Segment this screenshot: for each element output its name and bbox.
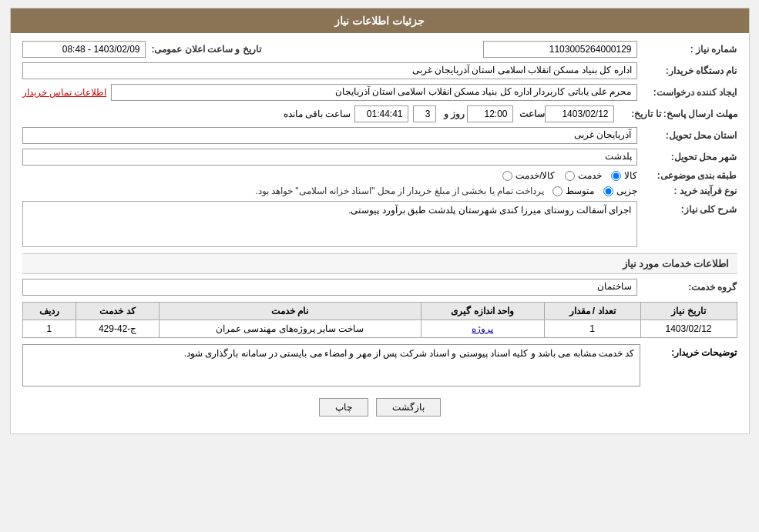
mohlat-roz: 3 (413, 105, 436, 122)
nooe-jozii-text: جزیی (616, 186, 637, 196)
nooe-options: متوسط جزیی (552, 186, 637, 196)
cell-radif: 1 (22, 320, 76, 338)
gorooh-row: گروه خدمت: ساختمان (22, 279, 737, 296)
col-radif: ردیف (22, 303, 76, 320)
shahr-row: شهر محل تحویل: پلدشت (22, 149, 737, 166)
sharh-row: شرح کلی نیاز: اجرای آسفالت روستای میرزا … (22, 201, 737, 247)
tozihat-value (22, 344, 640, 386)
mohlat-baqi-label: ساعت باقی مانده (284, 109, 351, 119)
nam-dastgah-label: نام دستگاه خریدار: (637, 65, 737, 76)
button-row: بازگشت چاپ (22, 398, 737, 417)
ijad-konande-value: محرم علی یاباتی کاربردار اداره کل بنیاد … (111, 84, 636, 101)
tabaqe-khadamat-radio[interactable] (565, 171, 575, 181)
shahr-label: شهر محل تحویل: (637, 152, 737, 162)
tozihat-section: توضیحات خریدار: (22, 344, 737, 389)
col-vahed: واحد اندازه گیری (421, 303, 544, 320)
tozihat-label: توضیحات خریدار: (645, 344, 737, 358)
mohlat-row: مهلت ارسال پاسخ: تا تاریخ: 1403/02/12 سا… (22, 105, 737, 122)
sharh-container: اجرای آسفالت روستای میرزا کندی شهرستان پ… (22, 201, 637, 247)
col-kod: کد خدمت (76, 303, 160, 320)
tabaqe-kala-radio[interactable] (611, 171, 621, 181)
bazgasht-button[interactable]: بازگشت (376, 398, 441, 417)
shahr-value: پلدشت (22, 149, 637, 166)
ijad-konande-row: ایجاد کننده درخواست: محرم علی یاباتی کار… (22, 84, 737, 101)
ostan-row: استان محل تحویل: آذربایجان غربی (22, 127, 737, 144)
nam-dastgah-value: اداره کل بنیاد مسکن انقلاب اسلامی استان … (22, 62, 637, 79)
shomara-niaz-row: شماره نیاز : 1103005264000129 تاریخ و سا… (22, 41, 737, 58)
ijad-konande-link[interactable]: اطلاعات تماس خریدار (22, 87, 107, 98)
gorooh-label: گروه خدمت: (637, 282, 737, 293)
mohlat-date: 1403/02/12 (545, 105, 614, 122)
chap-button[interactable]: چاپ (319, 398, 368, 417)
nooe-farayand-label: نوع فرآیند خرید : (637, 186, 737, 196)
col-tedad: تعداد / مقدار (544, 303, 640, 320)
tabaqe-kala-khadamat-text: کالا/خدمت (516, 170, 555, 181)
tabaqe-kala-item: کالا (611, 170, 637, 181)
tabaqe-kala-text: کالا (624, 170, 637, 181)
service-table-section: تاریخ نیاز تعداد / مقدار واحد اندازه گیر… (22, 302, 737, 338)
tozihat-container (22, 344, 640, 389)
tarikhe-elaan-label: تاریخ و ساعت اعلان عمومی: (146, 44, 300, 55)
nooe-jozii-item: جزیی (603, 186, 637, 196)
mohlat-label: مهلت ارسال پاسخ: تا تاریخ: (614, 109, 737, 119)
content-area: شماره نیاز : 1103005264000129 تاریخ و سا… (11, 33, 749, 433)
service-table: تاریخ نیاز تعداد / مقدار واحد اندازه گیر… (22, 302, 737, 338)
table-header-row: تاریخ نیاز تعداد / مقدار واحد اندازه گیر… (22, 303, 737, 320)
cell-vahed: پروژه (421, 320, 544, 338)
mohlat-baqi: 01:44:41 (354, 105, 408, 122)
shomara-niaz-value: 1103005264000129 (483, 41, 637, 58)
nam-dastgah-row: نام دستگاه خریدار: اداره کل بنیاد مسکن ا… (22, 62, 737, 79)
ostan-label: استان محل تحویل: (637, 130, 737, 141)
col-nam: نام خدمت (159, 303, 421, 320)
ijad-konande-label: ایجاد کننده درخواست: (637, 87, 737, 98)
cell-kod: ج-42-429 (76, 320, 160, 338)
tabaqe-khadamat-text: خدمت (578, 170, 602, 181)
sharh-value: اجرای آسفالت روستای میرزا کندی شهرستان پ… (22, 201, 637, 247)
page-title: جزئیات اطلاعات نیاز (334, 15, 425, 27)
tabaqe-kala-khadamat-radio[interactable] (502, 171, 512, 181)
nooe-farayand-row: نوع فرآیند خرید : متوسط جزیی پرداخت تمام… (22, 186, 737, 196)
table-row: 1403/02/12 1 پروژه ساخت سایر پروژه‌های م… (22, 320, 737, 338)
nooe-jozii-radio[interactable] (603, 186, 613, 196)
cell-nam: ساخت سایر پروژه‌های مهندسی عمران (159, 320, 421, 338)
nooe-description: پرداخت تمام یا بخشی از مبلغ خریدار از مح… (255, 186, 544, 196)
page-header: جزئیات اطلاعات نیاز (11, 8, 749, 33)
nooe-motavasset-text: متوسط (566, 186, 594, 196)
mohlat-roz-label: روز و (436, 109, 467, 119)
cell-tarikh: 1403/02/12 (640, 320, 737, 338)
col-tarikh: تاریخ نیاز (640, 303, 737, 320)
ostan-value: آذربایجان غربی (22, 127, 637, 144)
khadamat-section-title: اطلاعات خدمات مورد نیاز (22, 253, 737, 274)
tabaqe-row: طبقه بندی موضوعی: کالا/خدمت خدمت کالا (22, 170, 737, 181)
tozihat-wrapper: توضیحات خریدار: (22, 344, 737, 389)
nooe-motavasset-radio[interactable] (552, 186, 563, 196)
gorooh-value: ساختمان (22, 279, 637, 296)
mohlat-saat: 12:00 (467, 105, 513, 122)
cell-tedad: 1 (544, 320, 640, 338)
sharh-label: شرح کلی نیاز: (637, 201, 737, 215)
mohlat-saat-label: ساعت (513, 109, 545, 119)
main-container: جزئیات اطلاعات نیاز شماره نیاز : 1103005… (10, 8, 750, 434)
tabaqe-khadamat-item: خدمت (565, 170, 602, 181)
vahed-link[interactable]: پروژه (472, 323, 493, 334)
tabaqe-kala-khadamat-item: کالا/خدمت (502, 170, 555, 181)
tabaqe-options: کالا/خدمت خدمت کالا (502, 170, 636, 181)
shomara-niaz-label: شماره نیاز : (637, 44, 737, 55)
tabaqe-label: طبقه بندی موضوعی: (637, 170, 737, 181)
tarikhe-elaan-value: 1403/02/09 - 08:48 (22, 41, 146, 58)
nooe-motavasset-item: متوسط (552, 186, 594, 196)
